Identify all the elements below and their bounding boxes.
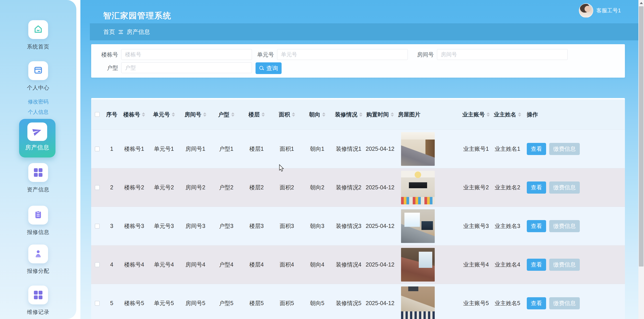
column-header-owner-account[interactable]: 业主账号 [460,111,492,118]
sidebar-item-system-home[interactable]: 系统首页 [0,20,76,50]
building-no-input[interactable] [121,49,252,60]
column-header-unit[interactable]: 单元号 [148,111,180,118]
icon-card [28,20,48,39]
grid-icon [34,291,42,299]
payment-info-button[interactable]: 缴费信息 [549,220,580,232]
sort-icon[interactable] [391,112,394,117]
breadcrumb: 首页 房产信息 [90,23,638,40]
column-header-owner-name[interactable]: 业主姓名 [492,111,523,118]
avatar[interactable] [579,3,593,18]
id-card-icon [33,65,43,76]
sidebar-item-property-info-selected[interactable]: 房产信息 [19,119,56,157]
sidebar-item-repair-info[interactable]: 报修信息 [0,206,76,236]
username-label: 客服工号1 [596,7,621,14]
sidebar-item-label: 房产信息 [25,144,50,151]
field-label-building: 楼栋号 [95,49,118,60]
field-label-house-type: 户型 [95,62,118,73]
row-checkbox[interactable] [95,224,100,229]
column-header-type[interactable]: 户型 [211,111,242,118]
view-button[interactable]: 查看 [527,220,546,232]
field-label-room: 房间号 [411,49,434,60]
sort-icon[interactable] [231,112,234,117]
sidebar-link-change-password[interactable]: 修改密码 [0,98,76,105]
table-row: 1 楼栋号1 单元号1 房间号1 户型1 楼层1 面积1 朝向1 装修情况1 2… [91,130,625,168]
sort-icon[interactable] [172,112,175,117]
payment-info-button[interactable]: 缴费信息 [549,182,580,194]
table-row: 2 楼栋号2 单元号2 房间号2 户型2 楼层2 面积2 朝向2 装修情况2 2… [91,168,625,207]
sidebar-item-maintenance-records[interactable]: 维修记录 [0,286,76,316]
column-header-decoration[interactable]: 装修情况 [332,111,365,118]
column-header-floor[interactable]: 楼层 [242,111,272,118]
row-checkbox[interactable] [95,146,100,151]
sidebar: 系统首页 个人中心 修改密码 个人信息 房产信息 [0,0,76,319]
grid-icon [34,168,42,177]
icon-card [28,206,48,225]
icon-card [28,61,48,80]
sort-icon[interactable] [359,112,362,117]
sort-icon[interactable] [262,112,265,117]
house-type-input[interactable] [121,62,252,73]
column-header-index: 序号 [103,111,120,118]
sort-icon[interactable] [292,112,295,117]
icon-card [28,122,47,141]
unit-no-input[interactable] [277,49,408,60]
payment-info-button[interactable]: 缴费信息 [549,259,580,271]
table-header-row: 序号 楼栋号 单元号 房间号 户型 楼层 面积 朝向 装修情况 购置时间 房屋图… [91,99,625,130]
sidebar-item-label: 个人中心 [27,84,50,91]
table-row: 4 楼栋号4 单元号4 房间号4 户型4 楼层4 面积4 朝向4 装修情况4 2… [91,245,625,284]
row-checkbox[interactable] [95,185,100,190]
breadcrumb-separator-icon [118,30,123,34]
up-arrow-icon [640,2,643,4]
view-button[interactable]: 查看 [527,297,546,309]
column-header-room[interactable]: 房间号 [180,111,211,118]
room-photo[interactable] [401,287,435,319]
sort-icon[interactable] [518,112,521,117]
column-header-actions: 操作 [523,111,625,118]
scrollbar-up-button[interactable] [638,0,644,6]
view-button[interactable]: 查看 [527,143,546,155]
page: { "app": { "title": "智汇家园管理系统", "user": … [0,0,644,319]
sidebar-link-personal-info[interactable]: 个人信息 [0,109,76,115]
sidebar-item-asset-info[interactable]: 资产信息 [0,163,76,193]
property-table: 序号 楼栋号 单元号 房间号 户型 楼层 面积 朝向 装修情况 购置时间 房屋图… [91,98,625,319]
table-row: 3 楼栋号3 单元号3 房间号3 户型3 楼层3 面积3 朝向3 装修情况3 2… [91,207,625,245]
sort-icon[interactable] [486,112,490,117]
query-button[interactable]: 查询 [256,62,282,74]
column-header-facing[interactable]: 朝向 [302,111,332,118]
column-header-area[interactable]: 面积 [272,111,302,118]
query-button-label: 查询 [266,64,278,72]
breadcrumb-home-link[interactable]: 首页 [103,28,115,36]
search-form: 楼栋号 单元号 房间号 户型 查询 [91,44,625,78]
view-button[interactable]: 查看 [527,259,546,271]
column-header-building[interactable]: 楼栋号 [120,111,148,118]
sort-icon[interactable] [142,112,145,117]
sort-icon[interactable] [322,112,325,117]
sort-icon[interactable] [203,112,206,117]
row-checkbox[interactable] [95,301,100,306]
icon-card [28,163,48,182]
room-photo[interactable] [401,132,435,166]
table-row: 5 楼栋号5 单元号5 房间号5 户型5 楼层5 面积5 朝向5 装修情况5 2… [91,284,625,319]
scrollbar-thumb[interactable] [639,6,644,267]
room-no-input[interactable] [437,49,568,60]
column-header-purchase-date[interactable]: 购置时间 [365,111,395,118]
room-photo[interactable] [401,248,435,282]
field-label-unit: 单元号 [251,49,274,60]
row-checkbox[interactable] [95,262,100,267]
payment-info-button[interactable]: 缴费信息 [549,143,580,155]
room-photo[interactable] [401,209,435,243]
view-button[interactable]: 查看 [527,182,546,194]
payment-info-button[interactable]: 缴费信息 [549,297,580,309]
select-all-checkbox[interactable] [95,112,100,117]
sidebar-item-label: 资产信息 [27,186,50,193]
clipboard-icon [34,210,43,220]
room-photo[interactable] [401,171,435,204]
sidebar-item-personal-center[interactable]: 个人中心 [0,61,76,91]
breadcrumb-current: 房产信息 [127,28,150,36]
user-menu[interactable]: 客服工号1 [579,3,621,18]
search-icon [259,66,264,71]
paper-plane-icon [31,125,43,138]
sidebar-item-label: 报修信息 [27,229,50,236]
sidebar-item-repair-assignment[interactable]: 报修分配 [0,245,76,275]
sidebar-item-label: 系统首页 [27,43,50,50]
